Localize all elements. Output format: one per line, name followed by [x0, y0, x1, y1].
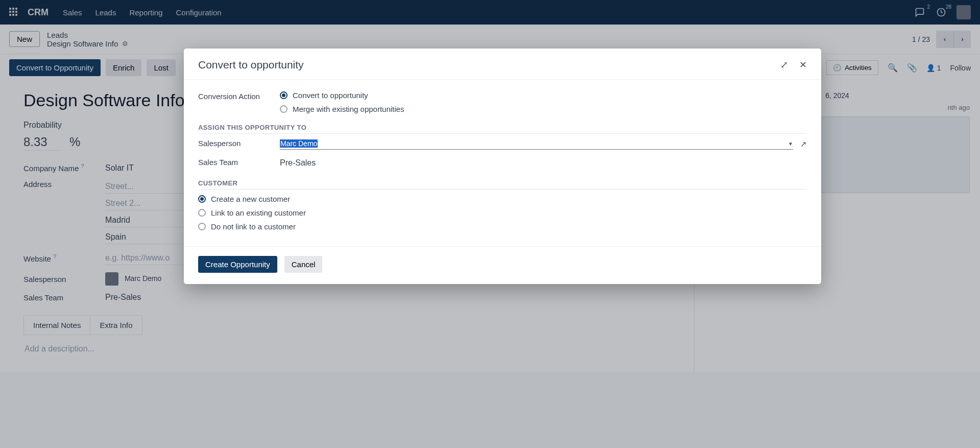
modal-team-value[interactable]: Pre-Sales — [280, 157, 807, 169]
modal-body: Conversion Action Convert to opportunity… — [184, 80, 821, 236]
conversion-action-label: Conversion Action — [198, 91, 280, 101]
radio-icon — [198, 223, 206, 230]
radio-create-customer[interactable]: Create a new customer — [198, 195, 807, 203]
radio-convert[interactable]: Convert to opportunity — [280, 91, 404, 100]
chevron-down-icon: ▼ — [788, 141, 793, 147]
modal-header: Convert to opportunity ⤢ ✕ — [184, 49, 821, 80]
section-customer: CUSTOMER — [198, 179, 807, 190]
modal-footer: Create Opportunity Cancel — [184, 246, 821, 284]
modal-title: Convert to opportunity — [198, 59, 304, 71]
cancel-button[interactable]: Cancel — [284, 256, 323, 273]
external-link-icon[interactable]: ↗ — [800, 139, 807, 149]
radio-icon — [280, 105, 288, 113]
create-opportunity-button[interactable]: Create Opportunity — [198, 256, 277, 273]
convert-modal: Convert to opportunity ⤢ ✕ Conversion Ac… — [184, 49, 821, 284]
radio-icon — [198, 209, 206, 217]
salesperson-select[interactable]: Marc Demo ▼ — [280, 138, 793, 150]
radio-icon — [198, 195, 206, 203]
radio-no-customer[interactable]: Do not link to a customer — [198, 222, 807, 231]
radio-link-customer[interactable]: Link to an existing customer — [198, 208, 807, 217]
close-icon[interactable]: ✕ — [799, 59, 807, 70]
expand-icon[interactable]: ⤢ — [780, 59, 788, 70]
radio-merge[interactable]: Merge with existing opportunities — [280, 105, 404, 113]
modal-team-label: Sales Team — [198, 157, 280, 167]
modal-salesperson-label: Salesperson — [198, 138, 280, 148]
section-assign: ASSIGN THIS OPPORTUNITY TO — [198, 124, 807, 134]
radio-icon — [280, 91, 288, 99]
salesperson-selected: Marc Demo — [280, 139, 318, 148]
